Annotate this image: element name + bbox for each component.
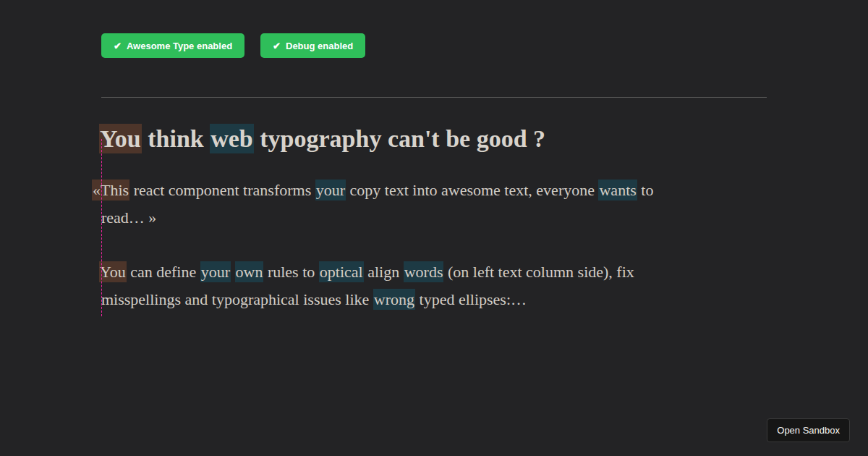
- highlighted-word: own: [235, 261, 264, 282]
- debug-toggle[interactable]: ✔ Debug enabled: [260, 33, 365, 58]
- check-icon: ✔: [114, 41, 122, 51]
- text-segment: align: [364, 263, 404, 281]
- toggle-label: Debug enabled: [286, 41, 353, 51]
- highlighted-word: wants: [598, 180, 637, 200]
- text-segment: read… »: [101, 208, 156, 227]
- text-segment: copy text into awesome text, everyone: [346, 181, 598, 199]
- text-segment: think: [142, 125, 210, 152]
- text-segment: [231, 263, 235, 281]
- app-container: ✔ Awesome Type enabled ✔ Debug enabled Y…: [101, 33, 767, 313]
- highlighted-word: your: [200, 261, 231, 282]
- awesome-type-toggle[interactable]: ✔ Awesome Type enabled: [101, 33, 244, 58]
- highlighted-word: You: [99, 261, 127, 282]
- text-segment: typed ellipses:…: [415, 290, 527, 308]
- toggle-label: Awesome Type enabled: [127, 41, 232, 51]
- text-segment: rules to: [263, 263, 318, 281]
- highlighted-word: wrong: [373, 289, 415, 310]
- page-title: You think web typography can't be good ?: [101, 124, 767, 155]
- text-segment: can define: [127, 263, 200, 281]
- text-segment: to: [637, 181, 654, 199]
- text-segment: misspellings and typographical issues li…: [101, 290, 373, 308]
- highlighted-word: optical: [319, 261, 364, 282]
- highlighted-word: You: [99, 124, 142, 153]
- text-segment: react component transforms: [129, 181, 315, 199]
- paragraph-2: You can define your own rules to optical…: [101, 258, 723, 313]
- text-content: You think web typography can't be good ?…: [101, 124, 767, 313]
- highlighted-word: «This: [92, 180, 129, 200]
- text-segment: typography can't be good ?: [254, 125, 545, 152]
- text-segment: (on left text column side), fix: [443, 263, 634, 281]
- highlighted-word: web: [210, 124, 254, 153]
- check-icon: ✔: [273, 41, 281, 51]
- paragraph-1: «This react component transforms your co…: [101, 177, 723, 232]
- open-sandbox-button[interactable]: Open Sandbox: [767, 418, 850, 442]
- highlighted-word: words: [404, 261, 444, 282]
- divider: [101, 97, 767, 98]
- toggle-bar: ✔ Awesome Type enabled ✔ Debug enabled: [101, 33, 767, 58]
- highlighted-word: your: [315, 180, 346, 200]
